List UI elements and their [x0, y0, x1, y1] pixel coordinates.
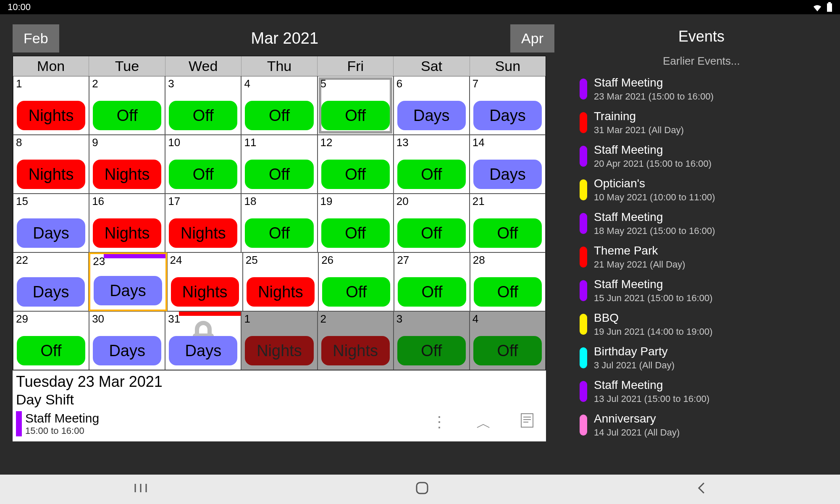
day-number: 25	[246, 254, 258, 267]
calendar-cell[interactable]: 18Off	[241, 194, 317, 252]
svg-rect-3	[521, 414, 533, 427]
calendar-cell[interactable]: 29Off	[13, 311, 89, 370]
calendar-cell[interactable]: 13Off	[394, 135, 470, 194]
event-subtitle: 19 Jun 2021 (14:00 to 19:00)	[594, 326, 713, 337]
calendar-cell[interactable]: 22Days	[13, 252, 89, 311]
shift-badge: Off	[245, 160, 313, 189]
calendar-cell[interactable]: 9Nights	[89, 135, 165, 194]
shift-badge: Off	[17, 336, 85, 365]
recents-button[interactable]	[134, 482, 148, 497]
shift-badge: Off	[169, 101, 237, 130]
day-number: 20	[396, 195, 409, 208]
event-item[interactable]: Staff Meeting20 Apr 2021 (15:00 to 16:00…	[580, 143, 823, 169]
shift-badge: Off	[474, 277, 542, 307]
calendar-cell[interactable]: 20Off	[394, 194, 470, 252]
back-button[interactable]	[696, 481, 706, 498]
day-number: 6	[396, 77, 402, 90]
day-detail-panel: Tuesday 23 Mar 2021 Day Shift Staff Meet…	[13, 370, 546, 441]
earlier-events-link[interactable]: Earlier Events...	[580, 55, 823, 68]
calendar-cell[interactable]: 25Nights	[243, 252, 318, 311]
event-color-chip	[580, 415, 587, 436]
day-number: 24	[170, 254, 182, 267]
shift-badge: Off	[397, 336, 466, 365]
calendar-cell[interactable]: 3Off	[165, 76, 241, 135]
shift-badge: Nights	[17, 101, 85, 130]
event-item[interactable]: Staff Meeting23 Mar 2021 (15:00 to 16:00…	[580, 76, 823, 102]
event-color-chip	[580, 280, 587, 301]
next-month-button[interactable]: Apr	[510, 24, 554, 52]
day-number: 13	[396, 136, 409, 149]
event-item[interactable]: Staff Meeting13 Jul 2021 (15:00 to 16:00…	[580, 378, 823, 404]
calendar-cell[interactable]: 8Nights	[13, 135, 89, 194]
event-color-chip	[580, 347, 587, 368]
home-button[interactable]	[415, 481, 429, 498]
calendar-cell[interactable]: 1Nights	[13, 76, 89, 135]
weekday-header: Tue	[89, 56, 165, 76]
event-title: BBQ	[594, 311, 713, 325]
calendar-cell[interactable]: 17Nights	[165, 194, 241, 252]
event-title: Staff Meeting	[594, 210, 715, 224]
calendar-cell[interactable]: 1Nights	[241, 311, 317, 370]
event-item[interactable]: Optician's10 May 2021 (10:00 to 11:00)	[580, 177, 823, 203]
event-item[interactable]: Staff Meeting15 Jun 2021 (15:00 to 16:00…	[580, 278, 823, 304]
calendar-cell[interactable]: 16Nights	[89, 194, 165, 252]
calendar-cell[interactable]: 10Off	[165, 135, 241, 194]
note-icon[interactable]	[521, 413, 533, 434]
weekday-header: Sun	[470, 56, 546, 76]
event-item[interactable]: Anniversary14 Jul 2021 (All Day)	[580, 412, 823, 438]
calendar-cell[interactable]: 2Nights	[318, 311, 394, 370]
calendar-cell[interactable]: 4Off	[241, 76, 317, 135]
shift-badge: Off	[169, 160, 237, 189]
event-subtitle: 13 Jul 2021 (15:00 to 16:00)	[594, 394, 709, 404]
calendar-cell[interactable]: 27Off	[394, 252, 470, 311]
calendar-cell[interactable]: 4Off	[470, 311, 546, 370]
event-item[interactable]: Staff Meeting18 May 2021 (15:00 to 16:00…	[580, 210, 823, 236]
event-color-chip	[580, 314, 587, 335]
calendar-cell[interactable]: 11Off	[241, 135, 317, 194]
calendar-cell[interactable]: 19Off	[318, 194, 394, 252]
event-bar	[179, 312, 241, 316]
event-color-chip	[580, 146, 587, 167]
weekday-header: Wed	[165, 56, 242, 76]
status-time: 10:00	[8, 2, 31, 13]
event-item[interactable]: Birthday Party3 Jul 2021 (All Day)	[580, 345, 823, 371]
prev-month-button[interactable]: Feb	[13, 24, 59, 52]
event-title: Staff Meeting	[594, 378, 709, 392]
calendar-cell[interactable]: 31Days	[165, 311, 241, 370]
calendar-cell[interactable]: 30Days	[89, 311, 165, 370]
day-number: 1	[16, 77, 22, 90]
shift-badge: Off	[321, 218, 390, 248]
event-subtitle: 10 May 2021 (10:00 to 11:00)	[594, 192, 715, 203]
calendar-cell[interactable]: 24Nights	[167, 252, 243, 311]
shift-badge: Off	[398, 277, 466, 307]
event-subtitle: 3 Jul 2021 (All Day)	[594, 360, 675, 371]
calendar-cell[interactable]: 12Off	[318, 135, 394, 194]
calendar-cell[interactable]: 14Days	[470, 135, 546, 194]
collapse-icon[interactable]: ︿	[476, 413, 491, 434]
calendar-cell[interactable]: 7Days	[470, 76, 546, 135]
day-number: 1	[244, 312, 250, 326]
event-item[interactable]: Theme Park21 May 2021 (All Day)	[580, 244, 823, 270]
event-color-chip	[580, 213, 587, 234]
calendar-cell[interactable]: 3Off	[394, 311, 470, 370]
calendar-cell[interactable]: 2Off	[89, 76, 165, 135]
events-title: Events	[580, 28, 823, 45]
event-color-chip	[580, 79, 587, 100]
wifi-icon	[812, 3, 822, 11]
calendar-cell[interactable]: 21Off	[470, 194, 546, 252]
calendar-cell[interactable]: 28Off	[470, 252, 546, 311]
event-item[interactable]: Training31 Mar 2021 (All Day)	[580, 110, 823, 136]
calendar-cell[interactable]: 23Days	[89, 252, 167, 311]
event-subtitle: 18 May 2021 (15:00 to 16:00)	[594, 226, 715, 236]
event-item[interactable]: BBQ19 Jun 2021 (14:00 to 19:00)	[580, 311, 823, 337]
event-title: Staff Meeting	[594, 76, 714, 89]
event-subtitle: 21 May 2021 (All Day)	[594, 259, 685, 270]
day-number: 7	[472, 77, 478, 90]
shift-badge: Nights	[169, 218, 237, 248]
calendar-cell[interactable]: 5Off	[318, 76, 394, 135]
calendar-cell[interactable]: 6Days	[394, 76, 470, 135]
calendar-cell[interactable]: 26Off	[318, 252, 394, 311]
more-icon[interactable]: ⋮	[432, 413, 447, 434]
shift-badge: Nights	[245, 336, 313, 365]
calendar-cell[interactable]: 15Days	[13, 194, 89, 252]
